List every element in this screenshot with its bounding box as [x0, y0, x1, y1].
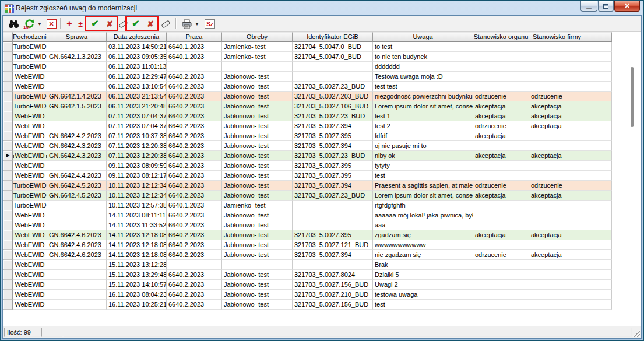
column-header-case[interactable]: Sprawa: [47, 32, 107, 42]
add-button[interactable]: +: [64, 17, 75, 30]
row-selector[interactable]: [3, 290, 13, 300]
restore-button[interactable]: [598, 1, 614, 12]
cell-src[interactable]: WebEWID: [13, 131, 47, 141]
cell-date[interactable]: 07.11.2023 10:37:38: [107, 131, 167, 141]
cell-work[interactable]: 6640.2.2023: [167, 240, 222, 250]
column-header-note[interactable]: Uwaga: [373, 32, 473, 42]
cell-egib[interactable]: 321703_5.0027.395: [293, 161, 373, 171]
cell-note[interactable]: tytyty: [373, 161, 473, 171]
cell-area[interactable]: Jabłonowo- test: [222, 141, 293, 151]
cell-date[interactable]: 16.11.2023 08:04:23: [107, 290, 167, 300]
cell-area[interactable]: Jabłonowo- test: [222, 290, 293, 300]
row-selector[interactable]: [3, 92, 13, 101]
row-selector[interactable]: [3, 111, 13, 121]
cell-area[interactable]: Jabłonowo- test: [222, 280, 293, 290]
cell-organ[interactable]: [473, 62, 529, 72]
clear-organ-button[interactable]: [118, 17, 128, 30]
cell-work[interactable]: 6640.2.2023: [167, 82, 222, 92]
cell-date[interactable]: 14.11.2023 12:18:08: [107, 230, 167, 240]
cell-date[interactable]: 14.11.2023 11:33:52: [107, 220, 167, 230]
cell-area[interactable]: Jabłonowo- test: [222, 121, 293, 131]
cell-work[interactable]: 6640.2.2023: [167, 171, 222, 181]
cell-src[interactable]: TurboEWID: [13, 201, 47, 210]
cell-note[interactable]: zgadzam się: [373, 230, 473, 240]
cell-firm[interactable]: odrzucenie: [529, 92, 585, 101]
cell-src[interactable]: TurboEWID: [13, 181, 47, 191]
cell-organ[interactable]: [473, 72, 529, 82]
cell-egib[interactable]: [293, 210, 373, 220]
cell-note[interactable]: test: [373, 171, 473, 181]
cell-work[interactable]: 6640.2.2023: [167, 191, 222, 201]
cell-case[interactable]: [47, 201, 107, 210]
cell-work[interactable]: [167, 62, 222, 72]
cell-note[interactable]: oj nie pasuje mi to: [373, 141, 473, 151]
column-header-firm[interactable]: Stanowisko firmy: [529, 32, 585, 42]
cell-work[interactable]: 6640.2.2023: [167, 210, 222, 220]
cell-work[interactable]: 6640.2.2023: [167, 151, 222, 161]
cell-date[interactable]: 15.11.2023 13:29:48: [107, 270, 167, 280]
cell-egib[interactable]: [293, 62, 373, 72]
cell-firm[interactable]: akceptacja: [529, 101, 585, 111]
cell-organ[interactable]: [473, 240, 529, 250]
cell-firm[interactable]: [529, 260, 585, 270]
cell-case[interactable]: GN.6642.4.2.2023: [47, 131, 107, 141]
cell-date[interactable]: 07.11.2023 07:04:37: [107, 121, 167, 131]
cell-case[interactable]: GN.6642.4.6.2023: [47, 250, 107, 260]
cell-firm[interactable]: [529, 171, 585, 181]
cell-case[interactable]: GN.6642.1.3.2023: [47, 52, 107, 62]
cell-area[interactable]: Jamienko- test: [222, 42, 293, 52]
cell-egib[interactable]: 321703_5.0027.395: [293, 131, 373, 141]
cell-area[interactable]: Jabłonowo- test: [222, 92, 293, 101]
row-selector[interactable]: [3, 131, 13, 141]
cell-organ[interactable]: [473, 220, 529, 230]
cell-work[interactable]: 6640.2.2023: [167, 121, 222, 131]
cell-organ[interactable]: [473, 210, 529, 220]
cell-area[interactable]: Jabłonowo- test: [222, 101, 293, 111]
cell-case[interactable]: [47, 42, 107, 52]
cell-organ[interactable]: akceptacja: [473, 151, 529, 161]
cell-firm[interactable]: [529, 220, 585, 230]
cell-organ[interactable]: [473, 300, 529, 310]
row-selector[interactable]: [3, 121, 13, 131]
cell-note[interactable]: rtgfdgfghfh: [373, 201, 473, 210]
cell-note[interactable]: Uwagi 2: [373, 280, 473, 290]
row-selector[interactable]: [3, 210, 13, 220]
cell-case[interactable]: GN.6642.4.5.2023: [47, 181, 107, 191]
cell-date[interactable]: 06.11.2023 13:10:54: [107, 82, 167, 92]
cell-work[interactable]: 6640.2.2023: [167, 101, 222, 111]
cell-egib[interactable]: 321703_5.0027.203_BUD: [293, 92, 373, 101]
cell-firm[interactable]: [529, 72, 585, 82]
cell-note[interactable]: to test: [373, 42, 473, 52]
cell-src[interactable]: WebEWID: [13, 230, 47, 240]
cell-egib[interactable]: 321703_5.0027.156_BUD: [293, 280, 373, 290]
add-subtract-button[interactable]: ±: [75, 17, 86, 30]
cell-organ[interactable]: [473, 201, 529, 210]
column-header-egib[interactable]: Identyfikator EGiB: [293, 32, 373, 42]
cell-area[interactable]: Jabłonowo- test: [222, 220, 293, 230]
cell-area[interactable]: Jabłonowo- test: [222, 151, 293, 161]
cell-work[interactable]: [167, 260, 222, 270]
cell-note[interactable]: test test: [373, 82, 473, 92]
cell-work[interactable]: 6640.2.2023: [167, 92, 222, 101]
cell-note[interactable]: Testowa uwaga moja :D: [373, 72, 473, 82]
cell-organ[interactable]: [473, 141, 529, 151]
cell-date[interactable]: 07.11.2023 12:20:38: [107, 141, 167, 151]
cell-src[interactable]: WebEWID: [13, 82, 47, 92]
column-header-organ[interactable]: Stanowisko organu: [473, 32, 529, 42]
accept-firm-button[interactable]: ✔: [129, 17, 143, 30]
cell-egib[interactable]: 321703_5.0027.394: [293, 181, 373, 191]
cell-area[interactable]: Jabłonowo- test: [222, 210, 293, 220]
cell-case[interactable]: [47, 300, 107, 310]
cell-firm[interactable]: [529, 280, 585, 290]
cell-firm[interactable]: [529, 42, 585, 52]
cell-area[interactable]: Jabłonowo- test: [222, 250, 293, 260]
cell-firm[interactable]: [529, 141, 585, 151]
cell-firm[interactable]: [529, 240, 585, 250]
row-selector[interactable]: [3, 42, 13, 52]
cell-date[interactable]: 14.11.2023 08:11:11: [107, 210, 167, 220]
cell-case[interactable]: GN.6642.4.4.2023: [47, 171, 107, 181]
cell-src[interactable]: WebEWID: [13, 250, 47, 260]
find-button[interactable]: [6, 17, 20, 30]
cell-date[interactable]: 14.11.2023 12:18:08: [107, 240, 167, 250]
cell-note[interactable]: ddddddd: [373, 62, 473, 72]
